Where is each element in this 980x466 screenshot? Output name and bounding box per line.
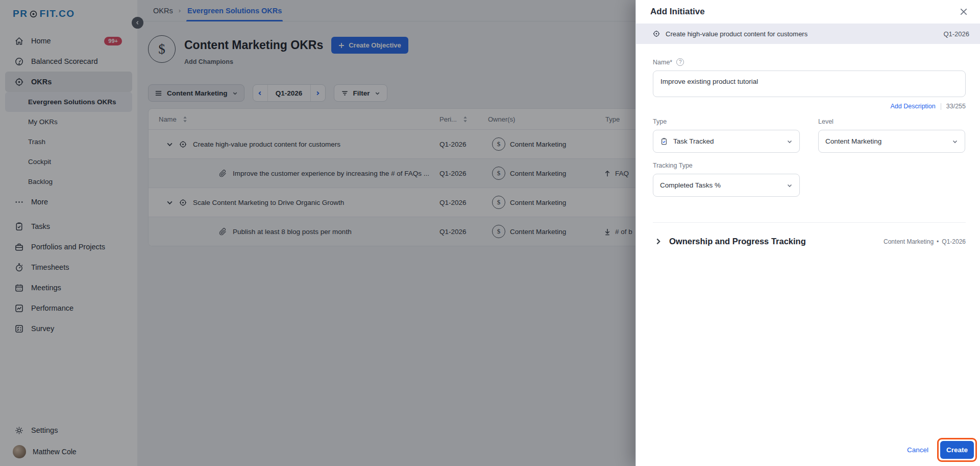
add-description-link[interactable]: Add Description [891,103,936,110]
tracking-type-select[interactable]: Completed Tasks % [653,174,800,197]
divider [941,103,941,110]
chevron-down-icon [952,138,958,145]
ownership-section-title: Ownership and Progress Tracking [669,237,806,246]
cancel-button[interactable]: Cancel [907,446,928,454]
level-field-label: Level [818,118,834,125]
help-icon[interactable]: ? [676,58,684,66]
initiative-name-input[interactable]: Improve existing product tutorial [653,71,966,97]
chevron-down-icon [787,138,793,145]
ownership-meta: Content Marketing • Q1-2026 [884,238,966,245]
tracking-type-value: Completed Tasks % [660,181,721,189]
name-field-label: Name* [653,59,672,66]
type-field-label: Type [653,118,667,125]
ownership-section-header[interactable]: Ownership and Progress Tracking Content … [653,230,966,253]
parent-objective-bar: Create high-value product content for cu… [636,24,980,44]
panel-title: Add Initiative [650,7,705,17]
level-select[interactable]: Content Marketing [818,130,965,153]
level-value: Content Marketing [825,137,881,145]
divider [653,222,966,223]
parent-objective-name: Create high-value product content for cu… [666,30,807,38]
chevron-down-icon [787,182,793,189]
objective-target-icon [652,30,660,38]
close-icon [960,8,968,16]
character-counter: 33/255 [946,103,966,110]
create-button-highlight: Create [937,438,977,462]
chevron-right-icon [655,238,662,245]
task-tracked-icon [660,137,668,146]
type-select[interactable]: Task Tracked [653,130,800,153]
modal-backdrop[interactable] [0,0,635,466]
bullet-separator: • [937,238,939,245]
type-value: Task Tracked [673,137,714,145]
create-button[interactable]: Create [940,441,974,459]
tracking-type-field-label: Tracking Type [653,162,693,169]
close-button[interactable] [960,8,968,16]
parent-objective-period: Q1-2026 [943,30,969,38]
add-initiative-panel: Add Initiative Create high-value product… [635,0,980,466]
